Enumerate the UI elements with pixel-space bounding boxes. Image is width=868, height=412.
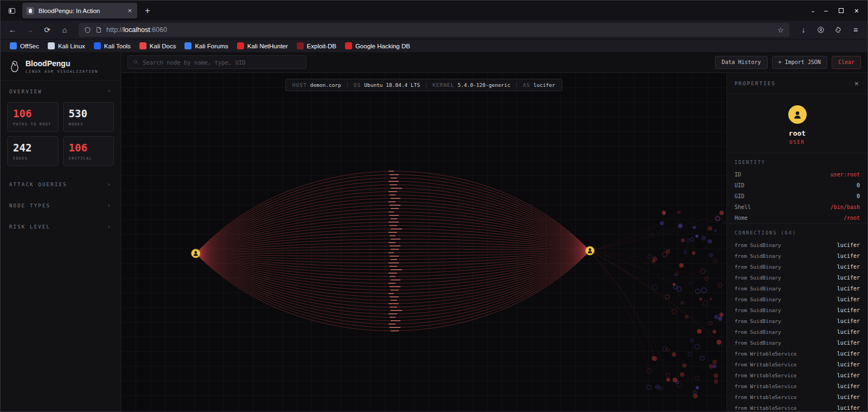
- bookmark-favicon-icon: [184, 42, 192, 49]
- bookmark-item[interactable]: Google Hacking DB: [341, 41, 414, 50]
- browser-tab[interactable]: BloodPengu: In Action ×: [22, 3, 137, 18]
- clear-button[interactable]: Clear: [832, 56, 861, 69]
- firefox-view-icon[interactable]: [5, 4, 19, 18]
- penguin-logo-icon: [9, 60, 20, 73]
- window-minimize-button[interactable]: –: [824, 7, 828, 15]
- graph-canvas[interactable]: HOSTdemon.corpOSUbuntu 18.04.4 LTSKERNEL…: [121, 73, 726, 411]
- connection-row[interactable]: from SuidBinarylucifer: [727, 305, 867, 315]
- connection-row[interactable]: from SuidBinarylucifer: [727, 272, 867, 283]
- connection-row[interactable]: from WritableServicelucifer: [727, 370, 867, 381]
- bookmark-favicon-icon: [10, 42, 17, 49]
- home-button[interactable]: ⌂: [57, 23, 72, 37]
- connection-from: from SuidBinary: [735, 318, 781, 324]
- reload-button[interactable]: ⟳: [40, 23, 55, 37]
- identity-section-title: IDENTITY: [727, 153, 867, 169]
- new-tab-button[interactable]: +: [141, 4, 155, 18]
- sidebar-section-overview[interactable]: OVERVIEW ›: [1, 81, 120, 102]
- stat-card: 242EDGES: [7, 136, 59, 166]
- node-search[interactable]: [127, 55, 307, 69]
- connection-target: lucifer: [837, 394, 860, 400]
- stat-label: CRITICAL: [69, 156, 108, 161]
- bookmark-label: Kali NetHunter: [247, 43, 288, 49]
- connection-row[interactable]: from SuidBinarylucifer: [727, 337, 867, 348]
- bookmark-item[interactable]: Kali NetHunter: [233, 41, 292, 50]
- properties-title: PROPERTIES: [735, 81, 776, 86]
- connection-row[interactable]: from SuidBinarylucifer: [727, 326, 867, 337]
- forward-button[interactable]: →: [22, 23, 37, 37]
- bookmark-item[interactable]: Kali Forums: [181, 41, 232, 50]
- account-icon[interactable]: [813, 23, 828, 37]
- bloodpengu-app: BloodPengu LINUX ASR VISUALIZATION OVERV…: [1, 52, 867, 411]
- list-tabs-chevron-icon[interactable]: ⌄: [810, 7, 815, 14]
- connection-row[interactable]: from SuidBinarylucifer: [727, 239, 867, 250]
- connection-from: from WritableService: [735, 394, 796, 400]
- downloads-button[interactable]: ↓: [796, 23, 811, 37]
- close-icon[interactable]: ×: [854, 79, 860, 87]
- bookmark-item[interactable]: Kali Linux: [44, 41, 89, 50]
- sidebar-section-node-types[interactable]: NODE TYPES›: [1, 195, 120, 216]
- connection-row[interactable]: from WritableServicelucifer: [727, 381, 867, 391]
- sidebar-section-risk-level[interactable]: RISK LEVEL›: [1, 216, 120, 237]
- sidebar-section-attack-queries[interactable]: ATTACK QUERIES›: [1, 174, 120, 195]
- connection-target: lucifer: [837, 340, 860, 346]
- status-divider: [426, 82, 426, 88]
- extensions-icon[interactable]: [831, 23, 846, 37]
- bookmark-item[interactable]: OffSec: [6, 41, 43, 50]
- connection-row[interactable]: from WritableServicelucifer: [727, 391, 867, 402]
- connection-target: lucifer: [837, 275, 860, 281]
- connection-row[interactable]: from SuidBinarylucifer: [727, 294, 867, 305]
- attack-graph[interactable]: [121, 73, 726, 411]
- bookmark-item[interactable]: Kali Tools: [90, 41, 135, 50]
- identity-row: IDuser:root: [727, 169, 867, 180]
- identity-label: Home: [735, 215, 748, 221]
- connection-target: lucifer: [837, 405, 860, 411]
- status-value: 5.4.0-120-generic: [458, 82, 510, 88]
- connection-from: from WritableService: [735, 351, 796, 357]
- tab-favicon-icon: [27, 7, 34, 15]
- connection-target: lucifer: [837, 307, 860, 313]
- identity-row: Shell/bin/bash: [727, 201, 867, 212]
- tab-title: BloodPengu: In Action: [39, 8, 122, 14]
- url-bar[interactable]: http://localhost:6060 ☆: [79, 23, 789, 37]
- connection-row[interactable]: from SuidBinarylucifer: [727, 261, 867, 272]
- status-value: lucifer: [533, 82, 555, 88]
- bookmark-favicon-icon: [94, 42, 101, 49]
- connection-from: from WritableService: [735, 372, 796, 378]
- connection-target: lucifer: [837, 286, 860, 291]
- connection-row[interactable]: from SuidBinarylucifer: [727, 283, 867, 294]
- connection-row[interactable]: from SuidBinarylucifer: [727, 250, 867, 261]
- back-button[interactable]: ←: [5, 23, 20, 37]
- connection-from: from SuidBinary: [735, 286, 781, 291]
- section-label: ATTACK QUERIES: [9, 182, 67, 187]
- connection-from: from SuidBinary: [735, 253, 781, 259]
- tab-bar: BloodPengu: In Action × + ⌄ – ×: [1, 1, 867, 21]
- connection-target: lucifer: [837, 362, 860, 367]
- chevron-right-icon: ›: [107, 202, 112, 209]
- status-label: OS: [354, 82, 361, 88]
- page-info-icon[interactable]: [95, 27, 102, 33]
- import-json-button[interactable]: + Import JSON: [772, 56, 827, 69]
- identity-label: GID: [735, 193, 744, 199]
- data-history-button[interactable]: Data History: [715, 56, 767, 69]
- identity-row: UID0: [727, 180, 867, 191]
- connection-row[interactable]: from WritableServicelucifer: [727, 402, 867, 411]
- app-subtitle: LINUX ASR VISUALIZATION: [25, 69, 98, 74]
- tab-close-icon[interactable]: ×: [126, 7, 133, 15]
- menu-button[interactable]: ≡: [848, 23, 863, 37]
- window-close-button[interactable]: ×: [854, 7, 859, 15]
- connection-target: lucifer: [837, 296, 860, 302]
- identity-value: 0: [857, 182, 860, 188]
- window-maximize-button[interactable]: [839, 8, 844, 13]
- bookmark-star-icon[interactable]: ☆: [777, 26, 784, 34]
- bookmark-favicon-icon: [237, 42, 244, 49]
- bookmark-item[interactable]: Kali Docs: [136, 41, 180, 50]
- connection-from: from SuidBinary: [735, 264, 781, 270]
- shield-icon[interactable]: [84, 27, 91, 34]
- app-logo-row: BloodPengu LINUX ASR VISUALIZATION: [1, 52, 120, 81]
- search-input[interactable]: [143, 59, 301, 66]
- app-name: BloodPengu: [25, 59, 98, 68]
- bookmark-item[interactable]: Exploit-DB: [293, 41, 340, 50]
- connection-row[interactable]: from WritableServicelucifer: [727, 348, 867, 359]
- connection-row[interactable]: from SuidBinarylucifer: [727, 315, 867, 326]
- connection-row[interactable]: from WritableServicelucifer: [727, 359, 867, 370]
